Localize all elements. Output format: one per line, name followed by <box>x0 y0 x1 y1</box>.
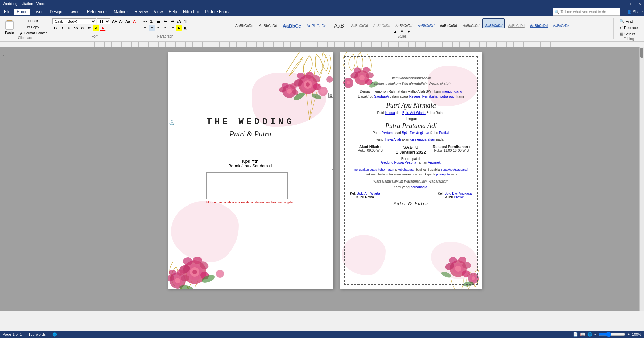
window-close[interactable]: ✕ <box>638 2 641 6</box>
copy-button[interactable]: ⧉ Copy <box>18 24 48 30</box>
scroll-thumb-v[interactable] <box>640 48 643 58</box>
menu-layout[interactable]: Layout <box>66 9 83 15</box>
style-normal[interactable]: AaBbCcDd ¶ Normal <box>233 18 256 28</box>
select-button[interactable]: ▦ Select ~ <box>618 31 640 37</box>
justify-button[interactable]: ≡ <box>162 25 168 31</box>
superscript-button[interactable]: x² <box>86 25 92 31</box>
style-intense-ref[interactable]: AaBbCcDd Intense Re... <box>528 18 550 28</box>
resize-handle-right[interactable] <box>332 169 333 172</box>
replace-button[interactable]: ⇄ Replace <box>618 25 640 30</box>
italic-button[interactable]: I <box>59 25 65 31</box>
shading-button[interactable]: A <box>176 25 182 31</box>
bismillah-text: Bismillahirrahmanirrahim <box>390 76 431 80</box>
line-spacing-button[interactable]: ↕≡ <box>169 25 175 31</box>
menu-home[interactable]: Home <box>14 9 30 15</box>
font-color-button[interactable]: A <box>100 25 106 31</box>
share-button[interactable]: 👤 Share <box>627 10 643 14</box>
search-icon: 🔍 <box>554 10 559 14</box>
styles-more[interactable]: ▾ <box>406 28 412 34</box>
decrease-indent-button[interactable]: ⇤ <box>162 18 168 24</box>
sort-button[interactable]: ↕A <box>176 18 182 24</box>
find-button[interactable]: 🔍 Find <box>618 18 635 24</box>
wedding-names: Putri & Putra <box>229 129 271 138</box>
menu-insert[interactable]: Insert <box>31 9 46 15</box>
style-emphasis[interactable]: AaBbCcDd Emphasis <box>393 18 414 28</box>
zoom-in[interactable]: + <box>627 332 629 336</box>
zoom-out[interactable]: − <box>594 332 596 336</box>
style-intense-em[interactable]: AaBbCcDd Intense E... <box>415 18 437 28</box>
view-read-mode[interactable]: 📖 <box>580 332 585 337</box>
style-intense-q[interactable]: AaBbCcDd Intense Q... <box>482 18 505 28</box>
format-painter-label: Format Painter <box>24 31 47 35</box>
window-maximize[interactable]: □ <box>630 2 633 6</box>
assalamu-text: Assalamu'alaikum Warahmatullahi Wabaraka… <box>371 81 451 86</box>
menu-view[interactable]: View <box>151 9 166 15</box>
zoom-level: 100% <box>632 332 641 336</box>
underline-button[interactable]: U <box>66 25 72 31</box>
styles-scroll-up[interactable]: ▲ <box>392 28 398 34</box>
change-case-button[interactable]: Aa <box>125 18 131 24</box>
menu-mailings[interactable]: Mailings <box>111 9 131 15</box>
family-section: Kel. Bpk. Arif Wiarta & Ibu Ratna Kel. B… <box>350 192 472 199</box>
align-center-button[interactable]: ≡ <box>149 25 155 31</box>
borders-button[interactable]: ⊞ <box>182 25 189 31</box>
cut-icon: ✂ <box>28 19 31 23</box>
address-section: Kpd Yth Bapak / Ibu / Saudara / i Mohon … <box>206 159 294 204</box>
view-web-layout[interactable]: 🌐 <box>587 332 592 337</box>
menu-review[interactable]: Review <box>132 9 150 15</box>
highlight-button[interactable]: A <box>93 25 99 31</box>
style-no-space[interactable]: AaBbCcDd ¶ No Spac... <box>256 18 279 28</box>
frame-handle[interactable]: ⊡ <box>328 93 333 98</box>
vertical-scrollbar[interactable] <box>639 47 644 311</box>
style-subtle-em[interactable]: AaBbCcDd Subtle Em... <box>371 18 392 28</box>
menu-help[interactable]: Help <box>166 9 180 15</box>
style-subtitle[interactable]: AaBbCcDd Subtitle <box>349 18 370 28</box>
format-painter-button[interactable]: 🖌 Format Painter <box>18 30 48 36</box>
increase-indent-button[interactable]: ⇥ <box>169 18 175 24</box>
grow-font-button[interactable]: A+ <box>111 18 117 24</box>
akad-time: Pukul 09:00 WIB <box>350 149 391 152</box>
menu-picture-format[interactable]: Picture Format <box>202 9 234 15</box>
align-left-button[interactable]: ≡ <box>142 25 148 31</box>
style-heading1[interactable]: AaBbCc Heading 1 <box>280 18 303 28</box>
menu-nitro[interactable]: Nitro Pro <box>180 9 202 15</box>
bold-button[interactable]: B <box>52 25 58 31</box>
bullets-button[interactable]: ≡• <box>142 18 148 24</box>
name-box[interactable] <box>206 172 288 199</box>
page-2: Bismillahirrahmanirrahim Assalamu'alaiku… <box>340 52 482 289</box>
font-size-select[interactable]: 11 <box>97 18 110 24</box>
show-hide-button[interactable]: ¶ <box>182 18 189 24</box>
style-book-title[interactable]: AaBbCcDd Book Title <box>551 18 571 28</box>
styles-scroll-down[interactable]: ▼ <box>399 28 405 34</box>
ruler <box>0 42 644 47</box>
bride-name: Putri Ayu Nirmala <box>386 102 436 110</box>
style-strong[interactable]: AaBbCcDd Strong <box>437 18 460 28</box>
paste-button[interactable]: Paste <box>2 18 17 36</box>
wedding-title: THE WEDDING <box>206 117 294 127</box>
cut-button[interactable]: ✂ Cut <box>18 18 48 24</box>
view-print-layout[interactable]: 📄 <box>573 332 578 337</box>
style-subtle-ref[interactable]: AaBbCcDd Subtle Ref... <box>505 18 527 28</box>
style-quote[interactable]: AaBbCcDd Quote <box>461 18 482 28</box>
tell-me-search[interactable]: 🔍 Tell me what you want to do <box>553 8 620 16</box>
menu-file[interactable]: File <box>1 9 13 15</box>
shrink-font-button[interactable]: A- <box>118 18 124 24</box>
tell-me-label: Tell me what you want to do <box>561 10 606 14</box>
style-heading2[interactable]: AaBbCcDd Heading 2 <box>304 18 329 28</box>
font-name-select[interactable]: Calibri (Body) <box>52 18 96 24</box>
align-right-button[interactable]: ≡ <box>155 25 162 31</box>
menu-references[interactable]: References <box>84 9 110 15</box>
menu-design[interactable]: Design <box>47 9 65 15</box>
style-normal-preview: AaBbCcDd <box>235 24 253 28</box>
style-title[interactable]: AaB Title <box>330 18 348 28</box>
family-left-line2: & Ibu Ratna <box>350 195 380 199</box>
numbering-button[interactable]: 1. <box>149 18 155 24</box>
clear-format-button[interactable]: A <box>131 18 138 24</box>
family-right: Kel. Bpk. Dwi Angkasa & Ibu Pratiwi <box>438 192 472 199</box>
strikethrough-button[interactable]: ab <box>73 25 79 31</box>
zoom-slider[interactable] <box>598 333 625 336</box>
subscript-button[interactable]: x₂ <box>79 25 85 31</box>
window-minimize[interactable]: ─ <box>623 2 625 6</box>
kpd-yth: Kpd Yth <box>206 159 294 164</box>
multilevel-button[interactable]: ☰ <box>155 18 162 24</box>
